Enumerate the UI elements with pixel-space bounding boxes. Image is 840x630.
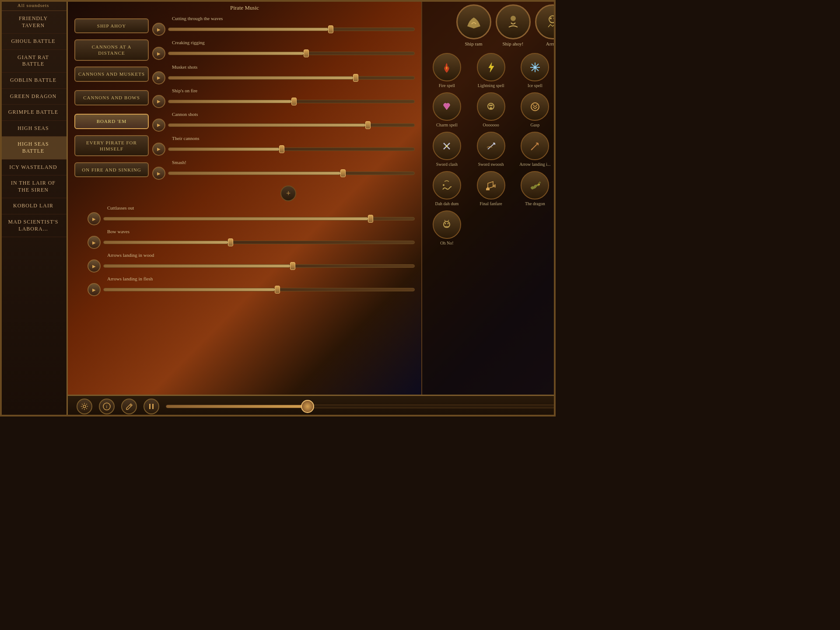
add-track-button[interactable]: + bbox=[280, 186, 296, 201]
slider-3[interactable] bbox=[168, 76, 415, 80]
sidebar-item-in-the-lair[interactable]: In the Lair ofthe Siren bbox=[0, 175, 66, 198]
sfx-oh-no[interactable]: Oh No! bbox=[427, 210, 467, 245]
slider-2[interactable] bbox=[168, 52, 415, 55]
track-row-7: ▶ bbox=[152, 167, 415, 180]
sfx-btn-arrrrrl[interactable]: Arrrrrl bbox=[535, 4, 556, 46]
ship-ram-icon bbox=[456, 4, 491, 39]
slider-4[interactable] bbox=[168, 100, 415, 103]
track-item-4: Cannons and Bows Ship's on fire ▶ bbox=[74, 88, 415, 108]
settings-button[interactable] bbox=[77, 399, 92, 414]
lightning-spell-label: Lightning spell bbox=[478, 83, 504, 88]
sidebar-item-high-seas-battle[interactable]: High SeasBattle bbox=[0, 136, 66, 159]
sidebar-item-goblin-battle[interactable]: Goblin Battle bbox=[0, 73, 66, 89]
play-btn-4[interactable]: ▶ bbox=[152, 95, 165, 108]
sfx-fire-spell[interactable]: Fire spell bbox=[427, 53, 467, 88]
sfx-arrow-wood[interactable]: Arrow landing i... bbox=[515, 132, 556, 167]
svg-point-15 bbox=[445, 223, 446, 224]
track-item-8: Cuttlasses out ▶ bbox=[74, 205, 415, 225]
preset-cannons-distance[interactable]: Cannons at a Distance bbox=[74, 39, 149, 61]
fire-spell-icon bbox=[433, 53, 461, 81]
play-btn-8[interactable]: ▶ bbox=[88, 212, 101, 225]
play-btn-3[interactable]: ▶ bbox=[152, 71, 165, 84]
sfx-gasp[interactable]: Gasp bbox=[515, 92, 556, 127]
slider-11[interactable] bbox=[103, 288, 415, 291]
sidebar-item-kobold-lair[interactable]: Kobold Lair bbox=[0, 198, 66, 214]
track-controls-3: Musket shots ▶ bbox=[152, 64, 415, 84]
progress-thumb[interactable] bbox=[301, 400, 314, 413]
slider-10[interactable] bbox=[103, 264, 415, 268]
sidebar-item-green-dragon[interactable]: Green Dragon bbox=[0, 89, 66, 105]
sidebar-item-ghoul-battle[interactable]: Ghoul Battle bbox=[0, 34, 66, 50]
track-label-11: Arrows landing in flesh bbox=[107, 276, 415, 281]
track-label-8: Cuttlasses out bbox=[107, 205, 415, 210]
slider-5[interactable] bbox=[168, 123, 415, 127]
slider-9[interactable] bbox=[103, 241, 415, 244]
track-controls-6: Their cannons ▶ bbox=[152, 136, 415, 156]
final-fanfare-label: Final fanfare bbox=[480, 201, 502, 206]
svg-point-12 bbox=[443, 184, 444, 186]
slider-6[interactable] bbox=[168, 147, 415, 151]
fire-spell-label: Fire spell bbox=[439, 83, 455, 88]
track-item-1: Ship Ahoy Cutting through the waves ▶ bbox=[74, 16, 415, 36]
main-progress-bar[interactable] bbox=[166, 405, 556, 408]
track-item-10: Arrows landing in wood ▶ bbox=[74, 252, 415, 273]
sidebar-item-icy-wasteland[interactable]: Icy Wasteland bbox=[0, 160, 66, 176]
play-btn-6[interactable]: ▶ bbox=[152, 143, 165, 156]
sfx-sword-clash[interactable]: Sword clash bbox=[427, 132, 467, 167]
preset-cannons-muskets[interactable]: Cannons and Muskets bbox=[74, 66, 149, 81]
ooooooo-label: Ooooooo bbox=[483, 122, 499, 127]
play-btn-5[interactable]: ▶ bbox=[152, 119, 165, 132]
play-btn-11[interactable]: ▶ bbox=[88, 283, 101, 296]
track-label-3: Musket shots bbox=[172, 64, 415, 70]
sfx-ooooooo[interactable]: Ooooooo bbox=[471, 92, 511, 127]
slider-1[interactable] bbox=[168, 28, 415, 31]
track-row-3: ▶ bbox=[152, 71, 415, 84]
track-controls-8: Cuttlasses out ▶ bbox=[88, 205, 415, 225]
sidebar-item-giant-rat-battle[interactable]: Giant RatBattle bbox=[0, 50, 66, 73]
sword-clash-label: Sword clash bbox=[436, 162, 458, 167]
track-item-9: Bow waves ▶ bbox=[74, 229, 415, 249]
svg-point-13 bbox=[538, 183, 539, 185]
play-btn-1[interactable]: ▶ bbox=[152, 23, 165, 36]
info-button[interactable]: i bbox=[99, 399, 115, 414]
the-dragon-label: The dragon bbox=[525, 201, 545, 206]
sfx-the-dragon[interactable]: The dragon bbox=[515, 171, 556, 206]
dah-dah-dum-icon bbox=[433, 171, 461, 200]
sidebar-item-high-seas[interactable]: High Seas bbox=[0, 121, 66, 137]
slider-8[interactable] bbox=[103, 217, 415, 220]
sfx-btn-ship-ahoy[interactable]: Ship ahoy! bbox=[496, 4, 531, 46]
sidebar-item-friendly-tavern[interactable]: FriendlyTavern bbox=[0, 11, 66, 34]
sfx-btn-ship-ram[interactable]: Ship ram bbox=[456, 4, 491, 46]
music-section-label: Pirate Music bbox=[74, 4, 415, 11]
sfx-sword-swoosh[interactable]: Sword swoosh bbox=[471, 132, 511, 167]
edit-button[interactable] bbox=[121, 399, 137, 414]
sfx-charm-spell[interactable]: Charm spell bbox=[427, 92, 467, 127]
sfx-final-fanfare[interactable]: Final fanfare bbox=[471, 171, 511, 206]
svg-text:i: i bbox=[106, 404, 108, 409]
track-label-4: Ship's on fire bbox=[172, 88, 415, 93]
track-item-3: Cannons and Muskets Musket shots ▶ bbox=[74, 64, 415, 84]
play-btn-10[interactable]: ▶ bbox=[88, 259, 101, 273]
preset-ship-ahoy[interactable]: Ship Ahoy bbox=[74, 18, 149, 33]
sidebar-item-grimple-battle[interactable]: Grimple Battle bbox=[0, 105, 66, 121]
preset-every-pirate[interactable]: Every Pirate for Himself bbox=[74, 135, 149, 157]
track-label-9: Bow waves bbox=[107, 229, 415, 234]
svg-point-10 bbox=[446, 145, 448, 147]
play-btn-7[interactable]: ▶ bbox=[152, 167, 165, 180]
sfx-lightning-spell[interactable]: Lightning spell bbox=[471, 53, 511, 88]
sidebar-item-mad-scientist[interactable]: Mad Scientist'sLabora... bbox=[0, 214, 66, 237]
sfx-dah-dah-dum[interactable]: Dah dah dum bbox=[427, 171, 467, 206]
preset-cannons-bows[interactable]: Cannons and Bows bbox=[74, 90, 149, 105]
track-label-1: Cutting through the waves bbox=[172, 16, 415, 21]
play-btn-2[interactable]: ▶ bbox=[152, 47, 165, 60]
lightning-spell-icon bbox=[477, 53, 505, 81]
the-dragon-icon bbox=[521, 171, 549, 200]
slider-7[interactable] bbox=[168, 172, 415, 175]
svg-point-17 bbox=[83, 405, 86, 408]
track-row-4: ▶ bbox=[152, 95, 415, 108]
sfx-ice-spell[interactable]: Ice spell bbox=[515, 53, 556, 88]
preset-on-fire[interactable]: On Fire and Sinking bbox=[74, 162, 149, 177]
pause-button[interactable] bbox=[144, 399, 159, 414]
play-btn-9[interactable]: ▶ bbox=[88, 236, 101, 249]
preset-board-em[interactable]: Board 'Em bbox=[74, 114, 149, 129]
